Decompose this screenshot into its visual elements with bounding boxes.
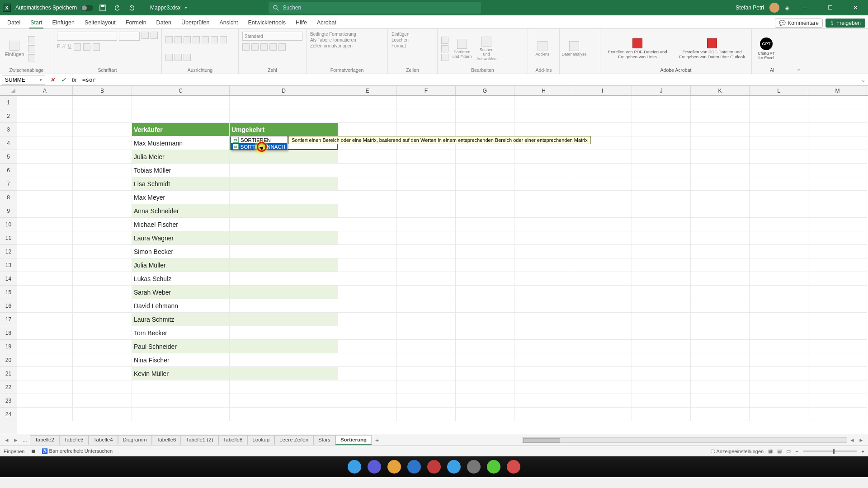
indent-dec-icon[interactable] xyxy=(175,54,182,61)
cell-L1[interactable] xyxy=(750,96,808,109)
close-button[interactable]: ✕ xyxy=(845,0,865,15)
cell-L8[interactable] xyxy=(750,191,808,204)
cell-D24[interactable] xyxy=(230,408,338,421)
cell-M9[interactable] xyxy=(808,204,867,218)
cell-E15[interactable] xyxy=(338,286,397,299)
cell-G9[interactable] xyxy=(456,204,514,218)
cell-L15[interactable] xyxy=(750,286,808,299)
cell-H24[interactable] xyxy=(514,408,573,421)
cell-D11[interactable] xyxy=(230,231,338,245)
number-format-select[interactable]: Standard xyxy=(242,32,302,41)
cell-H10[interactable] xyxy=(514,218,573,231)
cell-M17[interactable] xyxy=(808,313,867,326)
chevron-down-icon[interactable]: ▾ xyxy=(40,78,42,82)
sheet-nav-next[interactable]: ► xyxy=(12,437,20,443)
col-header-C[interactable]: C xyxy=(132,86,230,95)
taskbar-app-5[interactable] xyxy=(427,460,441,474)
row-header-23[interactable]: 23 xyxy=(0,394,17,408)
redo-icon[interactable] xyxy=(127,3,137,13)
cell-I14[interactable] xyxy=(573,272,632,286)
cell-A9[interactable] xyxy=(17,204,73,218)
cell-G5[interactable] xyxy=(456,150,514,164)
tab-layout[interactable]: Seitenlayout xyxy=(80,17,120,28)
align-mid-icon[interactable] xyxy=(175,36,182,43)
cell-D20[interactable] xyxy=(230,353,338,367)
sheet-tab-diagramm[interactable]: Diagramm xyxy=(118,435,152,445)
cell-H6[interactable] xyxy=(514,164,573,177)
ribbon-collapse-icon[interactable]: ⌄ xyxy=(793,29,804,74)
tab-formulas[interactable]: Formeln xyxy=(121,17,151,28)
cell-B22[interactable] xyxy=(73,380,132,394)
row-header-24[interactable]: 24 xyxy=(0,408,17,421)
cell-I19[interactable] xyxy=(573,340,632,353)
cell-styles-button[interactable]: Zellenformatvorlagen xyxy=(310,43,353,48)
horizontal-scrollbar[interactable] xyxy=(522,437,847,443)
cell-H20[interactable] xyxy=(514,353,573,367)
cell-I10[interactable] xyxy=(573,218,632,231)
cell-F15[interactable] xyxy=(397,286,456,299)
cell-F21[interactable] xyxy=(397,367,456,380)
cell-F12[interactable] xyxy=(397,245,456,258)
maximize-button[interactable]: ☐ xyxy=(820,0,840,15)
cell-J16[interactable] xyxy=(632,299,691,313)
taskbar-app-2[interactable] xyxy=(368,460,381,474)
cell-A3[interactable] xyxy=(17,123,73,136)
tab-data[interactable]: Daten xyxy=(152,17,176,28)
sheet-tab-tabelle6[interactable]: Tabelle6 xyxy=(152,435,181,445)
cell-K3[interactable] xyxy=(691,123,750,136)
cell-I6[interactable] xyxy=(573,164,632,177)
tab-insert[interactable]: Einfügen xyxy=(48,17,79,28)
cell-D19[interactable] xyxy=(230,340,338,353)
cell-L23[interactable] xyxy=(750,394,808,408)
col-header-L[interactable]: L xyxy=(750,86,808,95)
cell-C12[interactable]: Simon Becker xyxy=(132,245,230,258)
cell-F1[interactable] xyxy=(397,96,456,109)
cell-F5[interactable] xyxy=(397,150,456,164)
cell-E24[interactable] xyxy=(338,408,397,421)
add-sheet-button[interactable]: + xyxy=(375,436,379,444)
row-header-10[interactable]: 10 xyxy=(0,218,17,231)
view-normal-icon[interactable]: ▦ xyxy=(768,448,773,454)
cell-F13[interactable] xyxy=(397,258,456,272)
cell-H15[interactable] xyxy=(514,286,573,299)
cell-G1[interactable] xyxy=(456,96,514,109)
cell-I17[interactable] xyxy=(573,313,632,326)
chevron-down-icon[interactable]: ▾ xyxy=(185,5,187,10)
cell-F24[interactable] xyxy=(397,408,456,421)
cell-H2[interactable] xyxy=(514,109,573,123)
cell-A12[interactable] xyxy=(17,245,73,258)
cell-F23[interactable] xyxy=(397,394,456,408)
cell-I5[interactable] xyxy=(573,150,632,164)
col-header-K[interactable]: K xyxy=(691,86,750,95)
row-header-4[interactable]: 4 xyxy=(0,136,17,150)
cell-C21[interactable]: Kevin Müller xyxy=(132,367,230,380)
row-header-2[interactable]: 2 xyxy=(0,109,17,123)
cell-H19[interactable] xyxy=(514,340,573,353)
cell-E17[interactable] xyxy=(338,313,397,326)
format-cells-button[interactable]: Format xyxy=(392,43,406,48)
font-color-icon[interactable] xyxy=(93,43,100,51)
cell-A10[interactable] xyxy=(17,218,73,231)
cell-J10[interactable] xyxy=(632,218,691,231)
cell-E20[interactable] xyxy=(338,353,397,367)
cell-K11[interactable] xyxy=(691,231,750,245)
cell-C5[interactable]: Julia Meier xyxy=(132,150,230,164)
cell-D1[interactable] xyxy=(230,96,338,109)
cell-G6[interactable] xyxy=(456,164,514,177)
col-header-G[interactable]: G xyxy=(456,86,514,95)
cell-A19[interactable] xyxy=(17,340,73,353)
taskbar-app-3[interactable] xyxy=(387,460,401,474)
col-header-A[interactable]: A xyxy=(17,86,73,95)
col-header-B[interactable]: B xyxy=(73,86,132,95)
cell-F18[interactable] xyxy=(397,326,456,340)
cell-B19[interactable] xyxy=(73,340,132,353)
cell-L2[interactable] xyxy=(750,109,808,123)
cell-E11[interactable] xyxy=(338,231,397,245)
cell-L16[interactable] xyxy=(750,299,808,313)
scroll-left-icon[interactable]: ◄ xyxy=(848,437,856,443)
tab-acrobat[interactable]: Acrobat xyxy=(312,17,341,28)
taskbar-app-7[interactable] xyxy=(467,460,481,474)
cell-F3[interactable] xyxy=(397,123,456,136)
cell-C6[interactable]: Tobias Müller xyxy=(132,164,230,177)
cell-B3[interactable] xyxy=(73,123,132,136)
